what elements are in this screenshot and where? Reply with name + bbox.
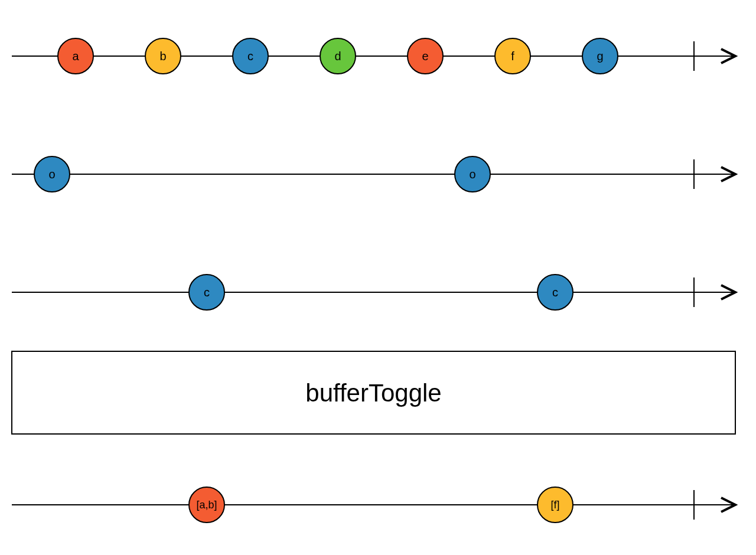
marble-label: b: [159, 50, 166, 63]
marble-label: f: [511, 50, 514, 63]
marble-label: c: [552, 286, 558, 299]
operator-label: bufferToggle: [305, 379, 441, 407]
marble-label: [f]: [550, 499, 559, 511]
marble: c: [537, 275, 573, 310]
source-stream: abcdefg: [12, 38, 735, 74]
marble: e: [408, 38, 443, 74]
marble: a: [58, 38, 93, 74]
marble-diagram: abcdefg oo cc bufferToggle [a,b][f]: [0, 0, 756, 555]
marble-label: c: [247, 50, 253, 63]
marble-label: c: [204, 286, 210, 299]
marble: c: [189, 275, 224, 310]
marble: [f]: [537, 487, 573, 523]
marble-label: o: [48, 168, 55, 181]
marble: [a,b]: [189, 487, 224, 523]
marble-label: g: [597, 50, 603, 63]
marble-label: e: [422, 50, 428, 63]
opening-stream: oo: [12, 156, 735, 192]
marble: o: [34, 156, 70, 192]
marble: b: [145, 38, 181, 74]
result-stream: [a,b][f]: [12, 487, 735, 523]
marble: g: [582, 38, 618, 74]
marble: d: [320, 38, 356, 74]
closing-stream: cc: [12, 275, 735, 310]
marble-label: [a,b]: [196, 499, 217, 511]
marble-label: a: [72, 50, 79, 63]
marble-label: d: [334, 50, 341, 63]
marble: c: [233, 38, 268, 74]
operator-box: bufferToggle: [12, 351, 735, 434]
marble-label: o: [469, 168, 475, 181]
marble: o: [455, 156, 490, 192]
marble: f: [495, 38, 530, 74]
